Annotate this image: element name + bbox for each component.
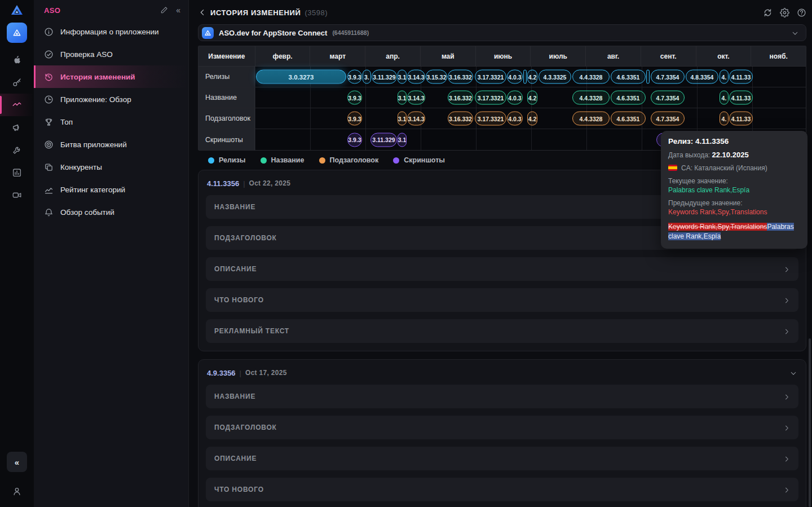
version-pill[interactable]: 4.0.3 [507,91,523,105]
version-pill[interactable]: 4.2 [527,112,537,126]
rail-item-promo[interactable] [0,116,34,139]
version-pill[interactable]: 4.7.3354 [651,70,685,84]
refresh-icon[interactable] [763,8,773,17]
rail-item-keywords[interactable] [0,71,34,94]
version-pill[interactable]: 3.0.3273 [256,70,346,84]
version-pill[interactable]: 4. [720,112,729,126]
version-pill[interactable]: 3. [363,70,371,84]
version-pill[interactable]: 4.4.3328 [572,70,610,84]
version-pill[interactable]: 4.7.3354 [651,91,685,105]
version-pill[interactable]: 3.9.3 [347,91,362,105]
version-pill[interactable]: 4.2 [527,91,537,105]
card-section-row[interactable]: РЕКЛАМНЫЙ ТЕКСТ [206,319,798,343]
version-pill[interactable]: 4.8.3354 [686,70,718,84]
sidebar-item-battle[interactable]: Битва приложений [34,133,188,156]
app-selector[interactable]: ASO.dev for AppStore Connect (6445911688… [198,24,806,41]
card-section-row[interactable]: ОПИСАНИЕ [206,257,798,281]
edit-icon[interactable] [152,6,168,14]
rail-item-account[interactable] [0,480,34,502]
sidebar-item-rating[interactable]: Рейтинг категорий [34,178,188,201]
version-pill[interactable]: 3.1 [398,133,407,147]
card-separator: | [243,179,245,188]
rail-item-tools[interactable] [0,139,34,161]
version-pill[interactable]: 3.14.3 [407,70,425,84]
version-pill[interactable]: 4.11.33 [729,91,753,105]
card-section-row[interactable]: ПОДЗАГОЛОВОК [206,416,798,439]
rail-item-analytics[interactable] [0,94,34,116]
sidebar-item-check[interactable]: Проверка ASO [34,43,188,65]
version-pill[interactable]: 4.6.3351 [611,112,646,126]
sidebar-item-clock[interactable]: Приложение: Обзор [34,88,188,111]
rail-collapse-button[interactable]: « [7,452,27,472]
version-pill[interactable]: 3.9.3 [347,133,362,147]
card-section-row[interactable]: ЧТО НОВОГО [206,478,798,501]
version-pill[interactable]: 4. [720,91,729,105]
rail-item-reports[interactable] [0,161,34,184]
version-pill[interactable]: 3.14.3 [407,112,425,126]
sidebar-item-competitors[interactable]: Конкуренты [34,156,188,178]
aso-logo[interactable] [0,0,34,20]
version-pill[interactable]: 4.6.3351 [611,70,646,84]
main-content: ИСТОРИЯ ИЗМЕНЕНИЙ (3598) ASO.dev for App… [189,0,812,507]
sidebar-collapse-icon[interactable]: « [176,6,180,15]
version-pill[interactable]: 4.0.3 [507,112,523,126]
back-icon[interactable] [198,8,207,17]
legend-item-3[interactable]: Подзаголовок [319,156,379,164]
version-pill[interactable]: 4.6.3351 [611,91,646,105]
sidebar-menu: Информация о приложенииПроверка ASOИстор… [34,20,188,223]
battle-icon [44,140,54,149]
version-pill[interactable]: 4.11.33 [729,70,753,84]
version-pill[interactable]: 4.11.33 [729,112,753,126]
scrollbar[interactable] [809,338,811,507]
version-pill[interactable]: 3.11.329 [372,70,397,84]
version-pill[interactable] [646,70,650,84]
help-icon[interactable] [797,8,806,17]
version-pill[interactable]: 3.9.3 [347,112,362,126]
app-tile[interactable] [7,23,27,43]
card-section-row[interactable]: НАЗВАНИЕ [206,385,798,408]
version-pill[interactable]: 4.3.3325 [539,70,571,84]
sidebar-item-trophy[interactable]: Топ [34,111,188,133]
rail-item-media[interactable] [0,184,34,206]
version-pill[interactable]: 4.2 [527,70,537,84]
sidebar-item-history[interactable]: История изменений [34,65,188,88]
rail-item-apple[interactable] [0,49,34,71]
card-header[interactable]: 4.9.3356|Oct 17, 2025 [207,367,797,379]
clock-icon [44,95,54,104]
version-pill[interactable]: 3.17.3321 [475,91,506,105]
version-pill[interactable]: 4.0.3 [507,70,523,84]
version-pill[interactable]: 3.17.3321 [475,112,506,126]
version-pill[interactable]: 4. [720,70,729,84]
version-pill[interactable]: 4.4.3328 [572,112,610,126]
section-label: ОПИСАНИЕ [214,455,257,462]
version-pill[interactable]: 4.4.3328 [572,91,610,105]
version-pill[interactable]: 3.16.332 [448,70,473,84]
sidebar-item-label: Информация о приложении [60,28,159,36]
apple-icon [12,55,22,65]
legend-item-4[interactable]: Скриншоты [393,156,445,164]
timeline-row-releases: Релизы3.0.32733.9.33.3.11.3293.13.14.33.… [198,67,806,87]
chevron-down-icon[interactable] [789,369,797,377]
gear-icon[interactable] [780,8,789,17]
sidebar-item-info[interactable]: Информация о приложении [34,20,188,43]
version-pill[interactable]: 3.14.3 [407,91,425,105]
card-section-row[interactable]: ОПИСАНИЕ [206,447,798,470]
version-pill[interactable] [523,70,527,84]
legend-item-1[interactable]: Релизы [208,156,246,164]
card-section-row[interactable]: ЧТО НОВОГО [206,288,798,312]
version-pill[interactable]: 3.16.332 [448,91,473,105]
version-pill[interactable]: 3.1 [398,91,407,105]
version-pill[interactable]: 3.9.3 [347,70,362,84]
version-pill[interactable]: 3.11.329 [370,133,397,147]
version-pill[interactable]: 3.17.3321 [475,70,506,84]
tooltip-current-value: Palabras clave Rank,Espía [668,186,800,194]
sidebar-item-bell[interactable]: Обзор событий [34,201,188,223]
version-pill[interactable]: 3.15.32 [426,70,447,84]
version-pill[interactable]: 3.16.332 [448,112,473,126]
version-pill[interactable]: 4.7.3354 [651,112,685,126]
version-pill[interactable]: 3.1 [398,70,407,84]
chevron-right-icon [783,327,791,335]
version-pill[interactable]: 3.1 [398,112,407,126]
legend-item-2[interactable]: Название [261,156,304,164]
month-header: март [310,46,365,66]
